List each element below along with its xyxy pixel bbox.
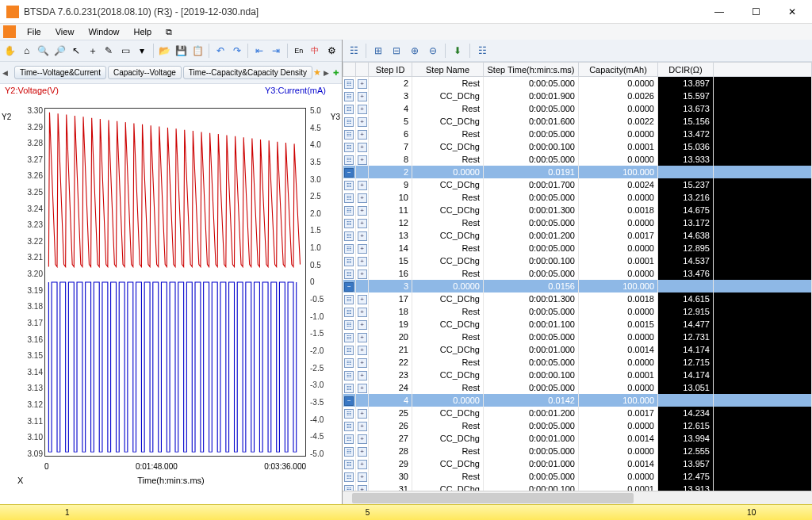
table-row[interactable]: ☷+19CC_DChg0:00:01.1000.001514.477 bbox=[343, 318, 812, 331]
pencil-icon[interactable]: ✎ bbox=[102, 43, 117, 59]
row-menu-icon[interactable]: ☷ bbox=[344, 422, 354, 431]
table-row[interactable]: ☷+4Rest0:00:05.0000.000013.673 bbox=[343, 102, 812, 115]
row-menu-icon[interactable]: ☷ bbox=[344, 460, 354, 469]
collapse-icon[interactable]: ⊖ bbox=[425, 43, 441, 59]
table-row[interactable]: ☷+28Rest0:00:05.0000.000012.555 bbox=[343, 445, 812, 457]
expand-icon[interactable]: + bbox=[358, 371, 367, 380]
summary-row[interactable]: −40.00000.0142100.000 bbox=[343, 394, 812, 407]
row-menu-icon[interactable]: ☷ bbox=[344, 219, 354, 228]
expand-icon[interactable]: + bbox=[358, 92, 367, 101]
tab-capacity-voltage[interactable]: Capacity--Voltage bbox=[108, 66, 182, 79]
table-row[interactable]: ☷+7CC_DChg0:00:00.1000.000115.036 bbox=[343, 140, 812, 153]
expand-icon[interactable]: + bbox=[358, 346, 367, 355]
row-menu-icon[interactable]: ☷ bbox=[344, 472, 354, 482]
expand-icon[interactable]: + bbox=[358, 244, 367, 254]
row-menu-icon[interactable]: ☷ bbox=[344, 333, 354, 342]
tab-prev-icon[interactable]: ◀ bbox=[0, 66, 10, 80]
plot-box[interactable] bbox=[44, 108, 306, 457]
row-menu-icon[interactable]: ☷ bbox=[344, 206, 354, 216]
row-menu-icon[interactable]: ☷ bbox=[344, 295, 354, 304]
collapse-all-icon[interactable]: ⊟ bbox=[389, 43, 404, 59]
expand-icon[interactable]: + bbox=[358, 231, 367, 241]
data-settings-icon[interactable]: ☷ bbox=[474, 43, 490, 59]
row-menu-icon[interactable]: ☷ bbox=[344, 130, 354, 140]
table-row[interactable]: ☷+2Rest0:00:05.0000.000013.897 bbox=[343, 77, 812, 90]
table-row[interactable]: ☷+5CC_DChg0:00:01.6000.002215.156 bbox=[343, 115, 812, 128]
expand-icon[interactable]: + bbox=[358, 472, 367, 482]
table-row[interactable]: ☷+23CC_DChg0:00:00.1000.000114.174 bbox=[343, 369, 812, 381]
collapse-icon[interactable]: − bbox=[344, 168, 354, 178]
row-menu-icon[interactable]: ☷ bbox=[344, 193, 354, 203]
expand-icon[interactable]: + bbox=[358, 295, 367, 304]
row-menu-icon[interactable]: ☷ bbox=[344, 143, 354, 152]
expand-all-icon[interactable]: ⊞ bbox=[370, 43, 386, 59]
expand-icon[interactable]: + bbox=[358, 105, 367, 114]
expand-icon[interactable]: ⊕ bbox=[407, 43, 423, 59]
expand-icon[interactable]: + bbox=[358, 308, 367, 317]
row-menu-icon[interactable]: ☷ bbox=[344, 257, 354, 266]
export-excel-icon[interactable]: ⬇ bbox=[450, 43, 465, 59]
table-row[interactable]: ☷+20Rest0:00:05.0000.000012.731 bbox=[343, 331, 812, 343]
row-menu-icon[interactable]: ☷ bbox=[344, 231, 354, 241]
next-icon[interactable]: ⇥ bbox=[269, 43, 283, 59]
expand-icon[interactable]: + bbox=[358, 422, 367, 431]
crosshair-icon[interactable]: ＋ bbox=[86, 43, 100, 59]
table-row[interactable]: ☷+9CC_DChg0:00:01.7000.002415.237 bbox=[343, 178, 812, 191]
mdi-minimize[interactable]: − bbox=[159, 10, 809, 22]
chart-area[interactable]: Y2:Voltage(V) Y3:Current(mA) Y2 Y3 3.303… bbox=[0, 84, 342, 504]
table-row[interactable]: ☷+6Rest0:00:05.0000.000013.472 bbox=[343, 128, 812, 140]
table-row[interactable]: ☷+11CC_DChg0:00:01.3000.001814.675 bbox=[343, 204, 812, 216]
row-menu-icon[interactable]: ☷ bbox=[344, 409, 354, 419]
expand-icon[interactable]: + bbox=[358, 143, 367, 152]
zoom-in-icon[interactable]: 🔍 bbox=[36, 43, 51, 59]
summary-row[interactable]: −20.00000.0191100.000 bbox=[343, 166, 812, 178]
row-menu-icon[interactable]: ☷ bbox=[344, 320, 354, 330]
expand-icon[interactable]: + bbox=[358, 130, 367, 140]
bottom-ruler[interactable]: 1 5 10 bbox=[0, 504, 812, 520]
collapse-icon[interactable]: − bbox=[344, 282, 354, 292]
tab-add-icon[interactable]: ✚ bbox=[331, 66, 342, 80]
table-row[interactable]: ☷+21CC_DChg0:00:01.0000.001414.174 bbox=[343, 343, 812, 356]
table-row[interactable]: ☷+29CC_DChg0:00:01.0000.001413.957 bbox=[343, 457, 812, 470]
col-step-name[interactable]: Step Name bbox=[412, 63, 484, 77]
select-icon[interactable]: ▭ bbox=[118, 43, 132, 59]
row-menu-icon[interactable]: ☷ bbox=[344, 371, 354, 380]
row-menu-icon[interactable]: ☷ bbox=[344, 117, 354, 127]
row-menu-icon[interactable]: ☷ bbox=[344, 270, 354, 279]
horizontal-scrollbar[interactable] bbox=[343, 491, 812, 504]
row-menu-icon[interactable]: ☷ bbox=[344, 346, 354, 355]
col-dcir[interactable]: DCIR(Ω) bbox=[658, 63, 714, 77]
expand-icon[interactable]: + bbox=[358, 117, 367, 127]
col-step-id[interactable]: Step ID bbox=[369, 63, 412, 77]
tab-time-capacity-density[interactable]: Time--Capacity&Capacity Density bbox=[183, 66, 312, 79]
row-menu-icon[interactable]: ☷ bbox=[344, 308, 354, 317]
cn-icon[interactable]: 中 bbox=[308, 43, 323, 59]
row-menu-icon[interactable]: ☷ bbox=[344, 155, 354, 165]
star-icon[interactable]: ★ bbox=[313, 67, 321, 78]
row-menu-icon[interactable]: ☷ bbox=[344, 79, 354, 89]
table-row[interactable]: ☷+27CC_DChg0:00:01.0000.001413.994 bbox=[343, 432, 812, 445]
home-icon[interactable]: ⌂ bbox=[20, 43, 34, 59]
expand-icon[interactable]: + bbox=[358, 447, 367, 457]
row-menu-icon[interactable]: ☷ bbox=[344, 434, 354, 444]
row-menu-icon[interactable]: ☷ bbox=[344, 447, 354, 457]
table-row[interactable]: ☷+15CC_DChg0:00:00.1000.000114.537 bbox=[343, 254, 812, 267]
row-menu-icon[interactable]: ☷ bbox=[344, 181, 354, 190]
mdi-restore[interactable]: ⧉ bbox=[159, 25, 809, 39]
expand-icon[interactable]: + bbox=[358, 155, 367, 165]
open-icon[interactable]: 📂 bbox=[158, 43, 172, 59]
table-row[interactable]: ☷+12Rest0:00:05.0000.000013.172 bbox=[343, 216, 812, 229]
menu-help[interactable]: Help bbox=[128, 25, 159, 38]
table-row[interactable]: ☷+30Rest0:00:05.0000.000012.475 bbox=[343, 470, 812, 483]
col-capacity[interactable]: Capacity(mAh) bbox=[579, 63, 658, 77]
data-grid[interactable]: Step ID Step Name Step Time(h:min:s.ms) … bbox=[343, 62, 812, 491]
table-row[interactable]: ☷+26Rest0:00:05.0000.000012.615 bbox=[343, 419, 812, 432]
zoom-out-icon[interactable]: 🔎 bbox=[52, 43, 67, 59]
table-row[interactable]: ☷+13CC_DChg0:00:01.2000.001714.638 bbox=[343, 229, 812, 242]
expand-icon[interactable]: + bbox=[358, 79, 367, 89]
table-row[interactable]: ☷+24Rest0:00:05.0000.000013.051 bbox=[343, 381, 812, 394]
table-row[interactable]: ☷+8Rest0:00:05.0000.000013.933 bbox=[343, 153, 812, 166]
lang-icon[interactable]: En bbox=[292, 43, 306, 59]
menu-file[interactable]: File bbox=[21, 25, 48, 38]
expand-icon[interactable]: + bbox=[358, 434, 367, 444]
